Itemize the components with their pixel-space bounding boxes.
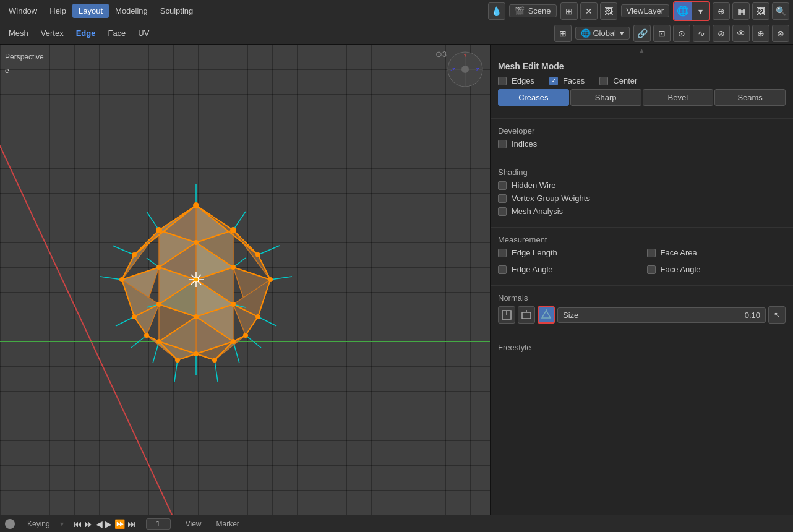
svg-text:Y: Y [463,53,467,58]
face-normal-icon-btn[interactable] [518,306,535,324]
edge-menu[interactable]: Edge [70,26,102,40]
hidden-wire-checkbox[interactable] [498,181,507,190]
creases-toggle[interactable]: Creases [498,89,569,106]
center-checkbox[interactable] [599,77,608,85]
uv-menu[interactable]: UV [132,26,155,40]
svg-line-70 [258,246,280,255]
perspective-label: Perspective [5,51,44,64]
divider-1 [491,118,793,119]
snap-icon[interactable]: 🔗 [633,25,651,42]
face-angle-row: Face Angle [647,265,786,274]
viewlayer-selector[interactable]: ViewLayer [621,4,669,17]
svg-point-89 [156,227,162,233]
play-btn[interactable]: ▶ [105,519,112,529]
marker-menu[interactable]: Marker [212,518,244,530]
viewport-overlay-icon[interactable]: 🌐 [674,2,692,20]
play-controls: ⏮ ⏭ ◀ ▶ ⏩ ⏭ [74,519,136,529]
proportional-edit-icon[interactable]: ⊙ [673,25,690,42]
layout-mode-btn[interactable]: Layout [72,4,109,18]
svg-point-96 [156,265,161,270]
face-area-row: Face Area [647,248,786,257]
svg-point-88 [230,227,236,233]
viewport-settings-icon[interactable]: ▦ [732,2,750,20]
face-area-label: Face Area [661,248,697,257]
svg-line-82 [153,341,159,363]
corner-num: ⊙3 [435,49,447,59]
normals-size-field[interactable]: Size 0.10 [557,307,766,323]
edge-angle-row: Edge Angle [498,265,637,274]
edge-angle-checkbox[interactable] [498,265,507,274]
svg-line-79 [174,360,178,382]
svg-point-114 [194,277,199,282]
scene-close-icon[interactable]: ✕ [580,2,598,20]
sculpting-mode-btn[interactable]: Sculpting [154,4,199,18]
vertex-group-row: Vertex Group Weights [498,194,786,203]
step-back-btn[interactable]: ◀ [96,519,103,529]
window-menu[interactable]: Window [2,4,43,18]
face-menu[interactable]: Face [101,26,132,40]
viewport-mode-icon[interactable]: ⊗ [772,25,789,42]
jump-start-btn[interactable]: ⏮ [74,519,82,529]
normals-size-value: 0.10 [745,311,760,320]
svg-line-72 [270,277,292,280]
face-orient-normal-icon-btn[interactable] [538,306,555,324]
keying-menu[interactable]: Keying [22,518,55,530]
select-icon[interactable]: ⊕ [752,25,769,42]
indices-checkbox[interactable] [498,140,507,148]
seams-toggle[interactable]: Seams [714,89,786,106]
overlay-dropdown-icon[interactable]: ▾ [692,2,709,20]
normals-title: Normals [498,293,786,302]
hidden-wire-row: Hidden Wire [498,181,786,190]
bevel-toggle[interactable]: Bevel [643,89,714,106]
record-button[interactable] [5,519,15,529]
curve-icon[interactable]: ∿ [693,25,710,42]
search-icon[interactable]: 🔍 [772,2,789,20]
svg-line-69 [147,212,159,230]
dropdown-arrow: ▾ [620,28,624,38]
frame-input[interactable] [146,518,171,530]
xray-icon[interactable]: 👁 [732,25,750,42]
svg-marker-126 [542,311,551,318]
modeling-mode-btn[interactable]: Modeling [109,4,154,18]
render-icon[interactable]: 💧 [488,2,505,20]
transform-icon[interactable]: ⊞ [554,25,572,42]
svg-line-77 [131,335,147,348]
divider-2 [491,160,793,160]
indices-row: Indices [498,139,786,148]
snap-options-icon[interactable]: ⊡ [653,25,671,42]
normals-reset-icon[interactable]: ↖ [768,306,786,324]
mesh-analysis-checkbox[interactable] [498,207,507,216]
edges-checkbox[interactable] [498,77,507,85]
navigation-widget[interactable]: Y Z -Z [447,51,484,88]
vertex-normal-icon-btn[interactable] [498,306,515,324]
3d-viewport[interactable]: Perspective e ⊙3 [0,45,490,515]
vertex-group-checkbox[interactable] [498,194,507,203]
svg-point-87 [193,202,199,208]
view-menu[interactable]: View [181,518,207,530]
mesh-object [79,162,314,397]
help-menu[interactable]: Help [43,4,72,18]
svg-line-76 [246,335,261,348]
overlay-toggles-row: Creases Sharp Bevel Seams [498,89,786,106]
scene-settings-icon[interactable]: ⊞ [560,2,578,20]
vertex-menu[interactable]: Vertex [35,26,70,40]
faces-checkbox[interactable] [549,77,558,85]
face-angle-checkbox[interactable] [647,265,656,274]
edge-angle-label: Edge Angle [512,265,553,274]
falloff-icon[interactable]: ⊛ [713,25,730,42]
face-area-checkbox[interactable] [647,249,656,257]
render-props-icon[interactable]: 🖼 [600,2,617,20]
normals-size-label: Size [563,311,578,320]
freestyle-section: Freestyle [491,338,793,361]
viewport-shading-icon[interactable]: 🖼 [752,2,769,20]
scene-selector[interactable]: 🎬 Scene [509,4,557,17]
sharp-toggle[interactable]: Sharp [570,89,641,106]
mesh-menu[interactable]: Mesh [2,26,35,40]
global-transform-selector[interactable]: 🌐 Global ▾ [575,27,630,40]
prev-keyframe-btn[interactable]: ⏭ [85,519,93,529]
gizmo-icon[interactable]: ⊕ [713,2,730,20]
next-keyframe-btn[interactable]: ⏭ [127,519,136,529]
main-area: Perspective e ⊙3 [0,45,793,515]
step-forward-btn[interactable]: ⏩ [114,519,125,529]
edge-length-checkbox[interactable] [498,249,507,257]
